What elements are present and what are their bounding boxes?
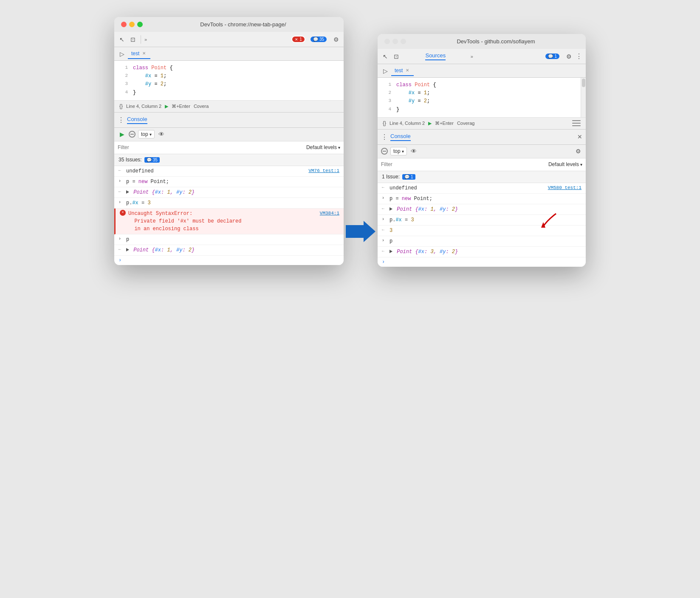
layers-icon[interactable]: ⊡ <box>129 35 137 44</box>
run-icon-2[interactable]: ▶ <box>428 121 432 126</box>
minimize-button-2[interactable] <box>392 39 398 44</box>
w2-console-line-undef: ← undefined VM580 test:1 <box>378 183 586 194</box>
traffic-lights-2 <box>384 39 406 44</box>
more-tools-chevron[interactable]: » <box>144 37 147 42</box>
window2-code: 1 class Point { 2 #x = 1; 3 #y = 2; 4 <box>378 78 586 118</box>
toolbar-sep-1 <box>141 35 141 44</box>
w2-line-num-2: 2 <box>381 89 391 97</box>
dots-icon-1[interactable]: ⋮ <box>118 116 124 124</box>
scrollbar-2[interactable] <box>581 78 586 117</box>
eye-icon-2[interactable]: 👁 <box>409 147 418 155</box>
maximize-button-2[interactable] <box>401 39 406 44</box>
blue-arrow <box>346 221 375 242</box>
window2: DevTools - github.com/sofiayem ↖ ⊡ Sourc… <box>378 34 586 267</box>
no-entry-icon-1[interactable] <box>129 131 135 138</box>
braces-icon-2[interactable]: {} <box>383 120 386 126</box>
tab-close-2[interactable]: ✕ <box>404 68 410 73</box>
eye-icon-1[interactable]: 👁 <box>157 130 166 138</box>
filter-input-2[interactable] <box>381 161 545 167</box>
w2-line-num-4: 4 <box>381 106 391 113</box>
dots-icon-toolbar-2[interactable]: ⋮ <box>576 52 582 60</box>
gear-icon-console-2[interactable]: ⚙ <box>574 147 582 155</box>
gear-icon-1[interactable]: ⚙ <box>332 35 340 44</box>
w2-input-text-1: p = new Point; <box>390 195 581 203</box>
coverage-1: Covera <box>194 104 209 109</box>
link-vm384-1[interactable]: VM384:1 <box>320 210 339 217</box>
console-badge-2[interactable]: 💬 1 <box>545 54 559 59</box>
filter-input-1[interactable] <box>118 144 303 150</box>
cursor-icon[interactable]: ↖ <box>118 35 126 44</box>
code-line-2: 2 #x = 1; <box>114 72 344 80</box>
code-content-2: #x = 1; <box>133 72 340 80</box>
w2-console-line-point-2: ← Point {#x: 3, #y: 2} <box>378 247 586 257</box>
maximize-button-1[interactable] <box>137 22 143 27</box>
run-icon-1[interactable]: ▶ <box>165 104 168 109</box>
w2-code-content-2: #x = 1; <box>396 89 582 97</box>
console-title-2: Console <box>390 133 411 141</box>
tab-test-1[interactable]: test ✕ <box>128 49 150 59</box>
more-tools-chevron-2[interactable]: » <box>471 54 473 59</box>
w2-console-line-assign: › p.#x = 3 <box>378 215 586 226</box>
w2-code-line-1: 1 class Point { <box>378 81 586 89</box>
w2-link-vm580[interactable]: VM580 test:1 <box>548 184 581 192</box>
comment-icon-2: 💬 <box>548 54 553 59</box>
w2-arrow-out-3: ← <box>382 227 387 233</box>
w2-line-num-1: 1 <box>381 81 391 89</box>
arrow-out-1: ← <box>119 167 124 174</box>
tab-test-1-label: test <box>131 51 139 56</box>
status-text-1: Line 4, Column 2 <box>126 104 161 109</box>
gear-icon-2[interactable]: ⚙ <box>565 52 573 61</box>
window1-tab-bar: ▷ test ✕ <box>114 47 344 61</box>
window1-title: DevTools - chrome://new-tab-page/ <box>150 21 337 28</box>
expand-triangle-1 <box>126 190 129 194</box>
tab-test-2[interactable]: test ✕ <box>391 66 414 76</box>
line-num-1: 1 <box>118 64 128 72</box>
issues-badge-bar-1[interactable]: 💬 35 <box>144 157 160 163</box>
comment-icon-bar-2: 💬 <box>404 175 409 179</box>
code-line-3: 3 #y = 2; <box>114 80 344 88</box>
issues-badge-1[interactable]: ✕ 1 <box>291 36 305 43</box>
tab-close-1[interactable]: ✕ <box>141 51 147 56</box>
issues-badge-bar-2[interactable]: 💬 1 <box>402 174 415 180</box>
code-content-3: #y = 2; <box>133 80 340 88</box>
coverage-2: Coverag <box>457 121 475 126</box>
w2-console-line-p: › p <box>378 236 586 247</box>
no-entry-icon-2[interactable] <box>381 148 388 155</box>
default-levels-2[interactable]: Default levels ▾ <box>548 161 582 167</box>
w2-console-prompt: › <box>378 257 586 267</box>
window2-console-toolbar: top ▾ 👁 ⚙ <box>378 145 586 158</box>
point-text2-1: Point {#x: 1, #y: 2} <box>126 246 339 254</box>
default-levels-chevron-2: ▾ <box>580 162 582 167</box>
top-dropdown-1[interactable]: top ▾ <box>138 130 155 138</box>
expand-icon-2[interactable] <box>572 120 581 126</box>
w2-console-line-input-1: › p = new Point; <box>378 194 586 204</box>
play-icon-1[interactable]: ▶ <box>118 130 126 138</box>
w2-arrow-out-1: ← <box>382 184 387 191</box>
dots-icon-2[interactable]: ⋮ <box>381 133 388 141</box>
close-icon-2[interactable]: ✕ <box>577 133 582 140</box>
layers-icon-2[interactable]: ⊡ <box>392 52 401 61</box>
tab-test-2-label: test <box>395 68 403 73</box>
traffic-lights-1 <box>121 22 143 27</box>
link-vm76-1[interactable]: VM76 test:1 <box>308 167 339 175</box>
issues-count-1: 1 <box>299 37 302 42</box>
cursor-icon-2[interactable]: ↖ <box>381 52 390 61</box>
braces-icon-1[interactable]: {} <box>119 103 123 109</box>
default-levels-1[interactable]: Default levels ▾ <box>306 144 340 150</box>
w2-expand-triangle-2 <box>390 250 392 253</box>
minimize-button-1[interactable] <box>129 22 135 27</box>
resize-handle-2[interactable] <box>572 120 581 126</box>
top-dropdown-2[interactable]: top ▾ <box>390 147 407 155</box>
w2-output-text-1: undefined <box>390 184 545 192</box>
console-badge-1[interactable]: 💬 35 <box>310 37 327 42</box>
window2-titlebar: DevTools - github.com/sofiayem <box>378 34 586 49</box>
window1-console-header: ⋮ Console <box>114 113 344 128</box>
scrollbar-thumb-2[interactable] <box>582 79 585 87</box>
sources-tab-label[interactable]: Sources <box>425 52 446 60</box>
console-line-input-1: › p = new Point; <box>114 177 344 187</box>
close-button-1[interactable] <box>121 22 127 27</box>
close-button-2[interactable] <box>384 39 390 44</box>
sidebar-toggle-2[interactable]: ▷ <box>381 67 390 75</box>
window2-title: DevTools - github.com/sofiayem <box>413 38 579 45</box>
sidebar-toggle-1[interactable]: ▷ <box>118 50 126 58</box>
